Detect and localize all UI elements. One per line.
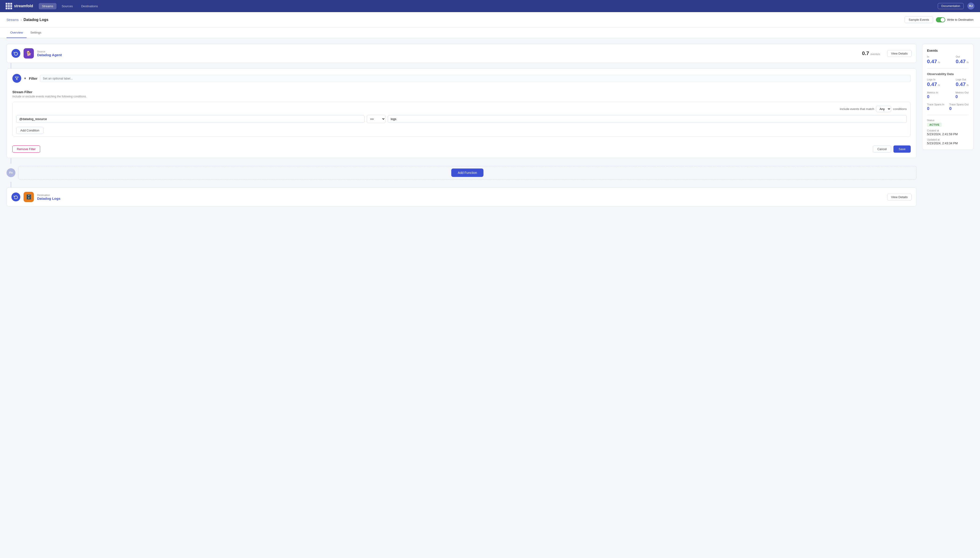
source-view-details-button[interactable]: View Details <box>887 50 912 57</box>
logs-out-unit: /s <box>967 84 968 87</box>
tabs-bar: Overview Settings <box>0 28 980 38</box>
documentation-button[interactable]: Documentation <box>938 3 964 9</box>
add-condition-button[interactable]: Add Condition <box>16 127 43 134</box>
observability-title: Observability Data <box>927 72 968 76</box>
filter-label-input[interactable] <box>40 75 911 82</box>
trace-in-value: 0 <box>927 106 929 111</box>
trace-in-label: Trace Spans In <box>927 103 944 106</box>
pipeline-dest-icon <box>12 192 20 201</box>
logs-stats-row: Logs In 0.47 /s Logs Out 0.47 /s <box>927 78 968 87</box>
metrics-out-stat: Metrics Out 0 <box>955 91 968 99</box>
write-destination-toggle[interactable] <box>936 17 945 22</box>
stats-card: Events In 0.47 /s Out 0.47 /s <box>922 44 973 150</box>
match-suffix: conditions <box>893 107 907 111</box>
nav-tab-sources[interactable]: Sources <box>58 3 76 9</box>
toggle-knob <box>940 18 945 22</box>
trace-out-value: 0 <box>949 106 952 111</box>
add-function-button[interactable]: Add Function <box>451 169 484 177</box>
tab-overview[interactable]: Overview <box>7 28 26 38</box>
events-out-unit: /s <box>967 61 968 64</box>
nav-tab-destinations[interactable]: Destinations <box>78 3 101 9</box>
source-rate-value: 0.7 <box>862 50 869 56</box>
tab-settings[interactable]: Settings <box>26 28 45 38</box>
trace-out-label: Trace Spans Out <box>949 103 968 106</box>
events-out-stat: Out 0.47 /s <box>956 55 968 64</box>
logs-in-value: 0.47 <box>927 81 937 87</box>
source-label: Source <box>37 50 62 53</box>
logs-out-stat: Logs Out 0.47 /s <box>956 78 968 87</box>
destination-card: 🗄️ Destination Datadog Logs View Details <box>7 187 917 207</box>
created-value: 5/23/2024, 2:41:59 PM <box>927 132 968 136</box>
condition-value-input[interactable] <box>388 115 907 123</box>
metrics-stats-row: Metrics In 0 Metrics Out 0 <box>927 91 968 99</box>
function-icon: Fn <box>7 168 15 177</box>
events-in-label: In <box>927 55 940 58</box>
write-to-destination-toggle-group: Write to Destination <box>936 17 973 22</box>
logs-out-label: Logs Out <box>956 78 968 81</box>
nav-tab-streams[interactable]: Streams <box>39 3 56 9</box>
filter-actions: Remove Filter Cancel Save <box>12 146 911 153</box>
updated-value: 5/23/2024, 2:43:34 PM <box>927 141 968 145</box>
navigation: streamfold Streams Sources Destinations … <box>0 0 980 12</box>
breadcrumb-current: Datadog Logs <box>23 18 49 22</box>
metrics-out-value: 0 <box>955 94 958 99</box>
logo-text: streamfold <box>14 4 33 8</box>
match-select[interactable]: Any <box>876 106 891 112</box>
events-in-value: 0.47 <box>927 59 937 64</box>
trace-stats-row: Trace Spans In 0 Trace Spans Out 0 <box>927 103 968 111</box>
stream-filter-title: Stream Filter <box>12 90 911 94</box>
filter-chevron-icon[interactable]: ▼ <box>23 77 26 80</box>
events-out-value-wrap: 0.47 /s <box>956 59 968 64</box>
sidebar: Events In 0.47 /s Out 0.47 /s <box>922 44 973 558</box>
match-prefix: include events that match <box>840 107 874 111</box>
destination-info: Destination Datadog Logs <box>37 194 61 200</box>
write-destination-label: Write to Destination <box>947 18 973 21</box>
logs-in-unit: /s <box>938 84 940 87</box>
logs-in-value-wrap: 0.47 /s <box>927 81 940 87</box>
source-rate-unit: events/s <box>871 53 880 56</box>
logs-in-label: Logs In <box>927 78 940 81</box>
created-label: Created at <box>927 129 968 132</box>
logs-out-value-wrap: 0.47 /s <box>956 81 968 87</box>
destination-label: Destination <box>37 194 61 197</box>
logs-out-value: 0.47 <box>956 81 966 87</box>
main-content: 🐕 Source Datadog Agent 0.7 events/s View… <box>0 38 980 558</box>
datadog-agent-icon: 🐕 <box>23 48 34 59</box>
destination-view-details-button[interactable]: View Details <box>887 194 912 200</box>
events-title: Events <box>927 49 968 53</box>
remove-filter-button[interactable]: Remove Filter <box>12 146 40 153</box>
condition-operator-select[interactable]: == <box>367 115 385 123</box>
filter-match-row: include events that match Any conditions <box>16 106 907 112</box>
source-name: Datadog Agent <box>37 53 62 57</box>
header-actions: Sample Events Write to Destination <box>905 16 973 23</box>
cancel-button[interactable]: Cancel <box>873 146 891 153</box>
fn-label: Fn <box>9 171 13 174</box>
metrics-in-stat: Metrics In 0 <box>927 91 938 99</box>
save-button[interactable]: Save <box>893 146 911 153</box>
updated-label: Updated at <box>927 138 968 141</box>
stream-filter-desc: Include or exclude events matching the f… <box>12 95 911 98</box>
filter-card: ▼ Filter Stream Filter Include or exclud… <box>7 69 917 158</box>
stream-filter-section: Stream Filter Include or exclude events … <box>12 87 911 140</box>
condition-field-input[interactable] <box>16 115 364 123</box>
events-in-stat: In 0.47 /s <box>927 55 940 64</box>
status-badge: ACTIVE <box>927 123 942 127</box>
metrics-in-value: 0 <box>927 94 929 99</box>
app-logo: streamfold <box>6 3 33 9</box>
breadcrumb-parent[interactable]: Streams <box>7 18 19 22</box>
metrics-in-label: Metrics In <box>927 91 938 94</box>
destination-name: Datadog Logs <box>37 197 61 200</box>
user-avatar: RJ <box>967 3 974 10</box>
breadcrumb: Streams › Datadog Logs <box>7 18 48 22</box>
events-stats-row: In 0.47 /s Out 0.47 /s <box>927 55 968 64</box>
breadcrumb-separator: › <box>21 18 22 22</box>
events-in-value-wrap: 0.47 /s <box>927 59 940 64</box>
trace-in-stat: Trace Spans In 0 <box>927 103 944 111</box>
filter-icon <box>12 74 21 83</box>
datadog-logs-dest-icon: 🗄️ <box>23 192 34 202</box>
logs-in-stat: Logs In 0.47 /s <box>927 78 940 87</box>
sample-events-button[interactable]: Sample Events <box>905 16 933 23</box>
pipeline-source-icon <box>12 49 20 58</box>
breadcrumb-bar: Streams › Datadog Logs Sample Events Wri… <box>0 12 980 28</box>
filter-title: Filter <box>29 76 38 80</box>
